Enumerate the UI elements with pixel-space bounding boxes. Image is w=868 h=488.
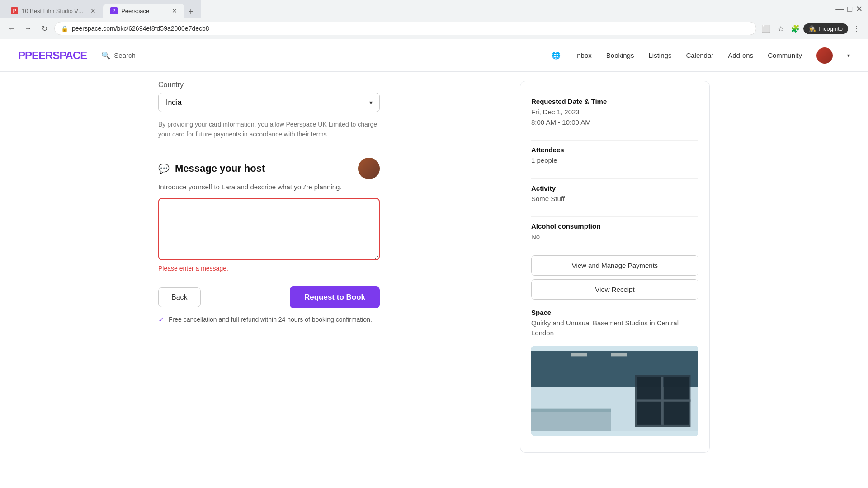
svg-rect-9 [571,353,587,356]
message-section-title: Message your host [175,163,265,174]
toolbar-icons: ⬜ ☆ 🧩 🕵 Incognito ⋮ [760,22,863,35]
profile-dropdown-button[interactable]: ▾ [847,52,850,59]
date-value: Fri, Dec 1, 2023 8:00 AM - 10:00 AM [531,107,698,127]
svg-rect-10 [611,353,627,356]
new-tab-button[interactable]: + [184,5,197,18]
host-avatar [358,158,380,179]
cast-icon[interactable]: ⬜ [760,22,773,35]
country-select[interactable]: India United Kingdom United States Austr… [158,93,380,112]
alcohol-title: Alcohol consumption [531,222,698,230]
tab-favicon-1: P [11,7,18,14]
nav-inbox[interactable]: Inbox [575,52,592,59]
space-name: Quirky and Unusual Basement Studios in C… [531,318,698,338]
attendees-section: Attendees 1 people [531,141,698,179]
search-label: Search [114,52,136,59]
free-cancel-text: Free cancellation and full refund within… [169,316,372,323]
incognito-button[interactable]: 🕵 Incognito [803,23,848,34]
lock-icon: 🔒 [61,25,68,32]
message-section: 💬 Message your host Introduce yourself t… [158,158,380,272]
svg-rect-7 [531,411,611,431]
activity-section: Activity Some Stuff [531,179,698,217]
restore-button[interactable]: □ [847,5,852,14]
attendees-title: Attendees [531,146,698,154]
refresh-button[interactable]: ↻ [38,22,51,35]
bookmark-icon[interactable]: ☆ [774,22,787,35]
browser-tab-2[interactable]: P Peerspace ✕ [103,4,184,18]
address-bar[interactable]: 🔒 peerspace.com/bkc/62694ef8fd59a2000e7d… [54,22,756,35]
nav-bookings[interactable]: Bookings [606,52,634,59]
message-header: 💬 Message your host [158,158,380,179]
browser-chrome: P 10 Best Film Studio Venues - Lo... ✕ P… [0,0,868,39]
url-text: peerspace.com/bkc/62694ef8fd59a2000e7dec… [72,25,750,32]
incognito-icon: 🕵 [809,25,816,32]
more-options-button[interactable]: ⋮ [850,22,863,35]
request-to-book-button[interactable]: Request to Book [290,286,380,308]
nav-calendar[interactable]: Calendar [686,52,713,59]
browser-tabs: P 10 Best Film Studio Venues - Lo... ✕ P… [0,0,201,18]
tab-close-2[interactable]: ✕ [172,7,177,14]
action-row: Back Request to Book [158,286,380,308]
free-cancel-notice: ✓ Free cancellation and full refund with… [158,315,380,324]
nav-addons[interactable]: Add-ons [728,52,753,59]
activity-title: Activity [531,184,698,192]
studio-visual [531,346,698,436]
country-label: Country [158,81,493,89]
forward-button[interactable]: → [22,22,34,35]
attendees-value: 1 people [531,155,698,166]
nav-community[interactable]: Community [768,52,802,59]
country-select-wrapper: India United Kingdom United States Austr… [158,93,380,112]
booking-card: Requested Date & Time Fri, Dec 1, 2023 8… [520,81,710,453]
search-icon: 🔍 [101,51,110,60]
message-subtitle: Introduce yourself to Lara and describe … [158,183,380,191]
tab-close-1[interactable]: ✕ [90,7,96,14]
avatar[interactable] [816,47,833,64]
browser-toolbar: ← → ↻ 🔒 peerspace.com/bkc/62694ef8fd59a2… [0,18,868,39]
tab-favicon-2: P [110,7,118,14]
space-title: Space [531,309,698,316]
date-section-title: Requested Date & Time [531,98,698,105]
left-panel: Country India United Kingdom United Stat… [158,81,520,453]
header-nav: 🌐 Inbox Bookings Listings Calendar Add-o… [552,47,850,64]
message-textarea[interactable] [158,198,380,260]
space-image [531,346,698,436]
tab-title-1: 10 Best Film Studio Venues - Lo... [22,8,87,14]
browser-tab-1[interactable]: P 10 Best Film Studio Venues - Lo... ✕ [4,4,103,18]
date-section: Requested Date & Time Fri, Dec 1, 2023 8… [531,92,698,141]
close-button[interactable]: ✕ [856,4,863,14]
right-panel: Requested Date & Time Fri, Dec 1, 2023 8… [520,81,710,453]
message-error: Please enter a message. [158,265,380,272]
check-icon: ✓ [158,315,164,324]
site-logo[interactable]: PPEERSPACE [18,49,87,62]
tab-title-2: Peerspace [121,8,168,14]
svg-rect-6 [635,399,690,401]
header-search[interactable]: 🔍 Search [101,51,136,60]
globe-icon[interactable]: 🌐 [552,51,561,60]
extension-icon[interactable]: 🧩 [789,22,802,35]
message-icon: 💬 [158,163,170,174]
activity-value: Some Stuff [531,194,698,204]
card-notice: By providing your card information, you … [158,119,380,140]
alcohol-section: Alcohol consumption No [531,217,698,255]
view-receipt-button[interactable]: View Receipt [531,279,698,300]
space-section: Space Quirky and Unusual Basement Studio… [531,303,698,441]
incognito-label: Incognito [819,25,843,32]
nav-listings[interactable]: Listings [649,52,672,59]
svg-rect-8 [531,408,611,412]
minimize-button[interactable]: — [835,5,844,14]
site-header: PPEERSPACE 🔍 Search 🌐 Inbox Bookings Lis… [0,39,868,72]
host-avatar-image [358,158,380,179]
back-button[interactable]: ← [5,22,18,35]
back-button[interactable]: Back [158,287,201,307]
view-manage-payments-button[interactable]: View and Manage Payments [531,255,698,276]
main-content: Country India United Kingdom United Stat… [140,72,728,462]
alcohol-value: No [531,232,698,242]
window-controls: — □ ✕ [832,2,868,16]
